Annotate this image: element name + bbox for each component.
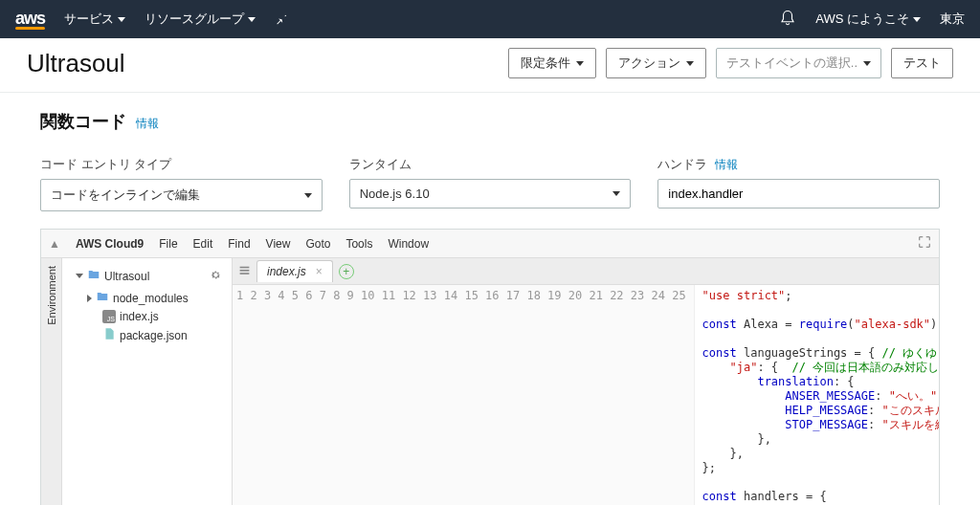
chevron-down-icon <box>913 17 921 22</box>
chevron-down-icon <box>612 191 620 196</box>
tree-header: Ultrasoul <box>66 264 228 288</box>
add-tab-button[interactable]: + <box>339 264 354 279</box>
menu-window[interactable]: Window <box>388 237 429 251</box>
tree-file-package[interactable]: package.json <box>66 325 228 345</box>
chevron-down-icon <box>248 17 256 22</box>
entry-type-value: コードをインラインで編集 <box>51 187 200 204</box>
page-title: Ultrasoul <box>27 49 125 78</box>
nav-services-label: サービス <box>64 11 114 28</box>
test-event-select[interactable]: テストイベントの選択.. <box>716 48 881 78</box>
code-area[interactable]: 1 2 3 4 5 6 7 8 9 10 11 12 13 14 15 16 1… <box>233 285 939 505</box>
file-icon <box>102 327 116 343</box>
chevron-down-icon <box>863 61 871 66</box>
chevron-down-icon <box>304 193 312 198</box>
folder-icon <box>96 290 109 306</box>
line-gutter: 1 2 3 4 5 6 7 8 9 10 11 12 13 14 15 16 1… <box>233 285 695 505</box>
page-header: Ultrasoul 限定条件 アクション テストイベントの選択.. テスト <box>0 38 980 93</box>
entry-type-field: コード エントリ タイプ コードをインラインで編集 <box>40 156 323 211</box>
section-header: 関数コード 情報 <box>40 110 940 133</box>
menu-tools[interactable]: Tools <box>345 237 372 251</box>
handler-info-link[interactable]: 情報 <box>715 157 738 173</box>
aws-logo[interactable]: aws <box>15 9 45 30</box>
form-row: コード エントリ タイプ コードをインラインで編集 ランタイム Node.js … <box>40 156 940 211</box>
action-button[interactable]: アクション <box>606 48 706 78</box>
aws-logo-text: aws <box>15 9 45 28</box>
menu-goto[interactable]: Goto <box>305 237 330 251</box>
section-title: 関数コード <box>40 110 126 133</box>
gear-icon[interactable] <box>210 269 222 284</box>
ide-body: Environment Ultrasoul node_modu <box>41 258 939 505</box>
nav-resource-groups[interactable]: リソースグループ <box>145 11 256 28</box>
side-tab-label: Environment <box>46 266 57 325</box>
svg-rect-0 <box>240 266 250 268</box>
runtime-select[interactable]: Node.js 6.10 <box>349 179 632 209</box>
chevron-down-icon <box>686 61 694 66</box>
test-event-placeholder: テストイベントの選択.. <box>726 55 858 72</box>
qualifier-label: 限定条件 <box>521 55 570 72</box>
entry-type-label: コード エントリ タイプ <box>40 156 323 173</box>
chevron-right-icon <box>87 295 92 302</box>
handler-input[interactable] <box>657 179 940 209</box>
handler-label: ハンドラ <box>657 156 707 173</box>
tree-file-label: package.json <box>120 329 188 342</box>
runtime-label: ランタイム <box>349 156 632 173</box>
editor-frame: ▲ AWS Cloud9 File Edit Find View Goto To… <box>40 229 940 505</box>
info-link[interactable]: 情報 <box>136 116 159 132</box>
pin-icon[interactable] <box>275 11 288 28</box>
nav-account[interactable]: AWS にようこそ <box>815 11 921 28</box>
tree-folder-node-modules[interactable]: node_modules <box>66 288 228 308</box>
chevron-down-icon <box>118 17 125 22</box>
fullscreen-icon[interactable] <box>918 235 931 252</box>
nav-region-label: 東京 <box>940 11 965 28</box>
menu-edit[interactable]: Edit <box>193 237 213 251</box>
ide-title: AWS Cloud9 <box>76 237 144 251</box>
runtime-field: ランタイム Node.js 6.10 <box>349 156 632 211</box>
test-button-label: テスト <box>903 55 941 72</box>
code-content[interactable]: "use strict"; const Alexa = require("ale… <box>695 285 939 505</box>
header-actions: 限定条件 アクション テストイベントの選択.. テスト <box>508 48 953 78</box>
menu-find[interactable]: Find <box>228 237 250 251</box>
tab-label: index.js <box>267 265 306 278</box>
svg-rect-2 <box>240 273 250 274</box>
js-file-icon: JS <box>102 310 116 323</box>
menu-view[interactable]: View <box>266 237 291 251</box>
chevron-down-icon <box>76 274 83 278</box>
menubar: ▲ AWS Cloud9 File Edit Find View Goto To… <box>41 230 939 258</box>
svg-rect-1 <box>240 269 250 271</box>
chevron-down-icon <box>576 61 584 66</box>
tree-file-index[interactable]: JS index.js <box>66 308 228 325</box>
editor-column: index.js × + 1 2 3 4 5 6 7 8 9 10 11 12 … <box>233 258 939 505</box>
file-tree: Ultrasoul node_modules JS index.js <box>62 258 233 505</box>
close-icon[interactable]: × <box>316 265 323 278</box>
collapse-icon[interactable]: ▲ <box>49 237 60 251</box>
content: 関数コード 情報 コード エントリ タイプ コードをインラインで編集 ランタイム… <box>0 93 980 505</box>
nav-region[interactable]: 東京 <box>940 11 965 28</box>
qualifier-button[interactable]: 限定条件 <box>508 48 596 78</box>
test-button[interactable]: テスト <box>891 48 953 78</box>
nav-services[interactable]: サービス <box>64 11 125 28</box>
folder-icon <box>87 268 100 284</box>
tab-list-icon[interactable] <box>238 264 251 279</box>
top-nav: aws サービス リソースグループ AWS にようこそ 東京 <box>0 0 980 38</box>
runtime-value: Node.js 6.10 <box>360 187 430 201</box>
side-tab-environment[interactable]: Environment <box>41 258 62 505</box>
tree-root[interactable]: Ultrasoul <box>72 266 153 286</box>
tab-index[interactable]: index.js × <box>256 260 333 282</box>
entry-type-select[interactable]: コードをインラインで編集 <box>40 179 323 211</box>
tabbar: index.js × + <box>233 258 939 285</box>
action-label: アクション <box>618 55 680 72</box>
nav-resource-groups-label: リソースグループ <box>145 11 244 28</box>
bell-icon[interactable] <box>779 10 796 30</box>
tree-root-label: Ultrasoul <box>104 270 149 283</box>
handler-field: ハンドラ 情報 <box>657 156 940 211</box>
tree-folder-label: node_modules <box>113 292 189 305</box>
tree-file-label: index.js <box>120 310 159 323</box>
menu-file[interactable]: File <box>159 237 177 251</box>
nav-account-label: AWS にようこそ <box>815 11 909 28</box>
